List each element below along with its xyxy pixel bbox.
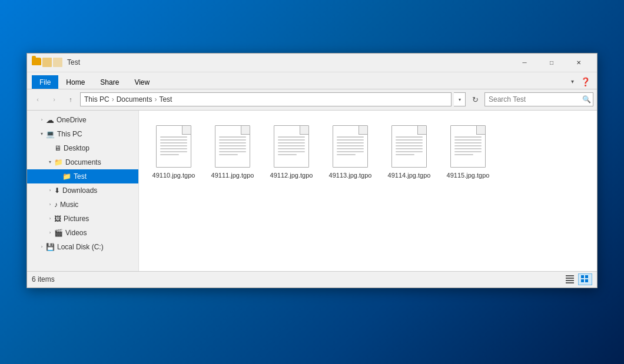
close-button[interactable]: ✕ [565, 53, 592, 72]
svg-rect-5 [585, 275, 588, 278]
file-line [278, 142, 305, 143]
view-buttons [563, 273, 592, 285]
expand-downloads: › [46, 188, 54, 193]
expand-onedrive: › [38, 117, 46, 122]
test-folder-icon: 📁 [62, 172, 71, 181]
maximize-button[interactable]: □ [538, 53, 565, 72]
sidebar: › ☁ OneDrive ▾ 💻 This PC 🖥 Desktop ▾ 📁 D… [27, 111, 139, 271]
file-line [160, 154, 179, 155]
pictures-label: Pictures [64, 215, 89, 223]
window-controls: ─ □ ✕ [511, 53, 592, 72]
file-line [396, 136, 423, 138]
svg-rect-2 [566, 280, 574, 281]
details-view-button[interactable] [563, 273, 577, 285]
file-icon-wrapper-5 [447, 123, 489, 170]
file-icon-wrapper-1 [211, 123, 254, 170]
sidebar-item-documents[interactable]: ▾ 📁 Documents [27, 155, 138, 169]
documents-icon: 📁 [54, 158, 63, 166]
address-dropdown-button[interactable]: ▾ [454, 92, 466, 106]
up-button[interactable]: ↑ [64, 92, 78, 106]
onedrive-label: OneDrive [57, 116, 87, 124]
expand-this-pc: ▾ [38, 131, 46, 136]
file-line [219, 142, 246, 143]
pictures-icon: 🖼 [54, 215, 61, 223]
file-line [278, 154, 297, 155]
sidebar-item-downloads[interactable]: › ⬇ Downloads [27, 183, 138, 198]
onedrive-icon: ☁ [46, 115, 54, 125]
videos-label: Videos [65, 229, 87, 237]
sidebar-item-local-disk[interactable]: › 💾 Local Disk (C:) [27, 240, 138, 254]
forward-button[interactable]: › [47, 92, 61, 106]
file-name-0: 49110.jpg.tgpo [152, 171, 195, 179]
sidebar-item-desktop[interactable]: 🖥 Desktop [27, 141, 138, 155]
refresh-button[interactable]: ↻ [468, 92, 482, 106]
file-line [396, 139, 423, 141]
file-line [337, 148, 364, 149]
sidebar-item-test[interactable]: 📁 Test [27, 169, 138, 183]
file-line [278, 139, 305, 141]
test-label: Test [74, 172, 87, 181]
path-chevron-1: › [112, 95, 114, 103]
file-item-0[interactable]: 49110.jpg.tgpo [147, 119, 200, 183]
file-line [337, 142, 364, 143]
svg-rect-6 [581, 279, 584, 282]
file-lines-0 [160, 136, 187, 157]
path-documents[interactable]: Documents [117, 95, 152, 103]
file-item-3[interactable]: 49113.jpg.tgpo [324, 119, 377, 183]
sidebar-item-videos[interactable]: › 🎬 Videos [27, 226, 138, 240]
music-label: Music [60, 201, 78, 209]
tab-home[interactable]: Home [58, 75, 92, 89]
path-test[interactable]: Test [159, 95, 172, 103]
sidebar-item-music[interactable]: › ♪ Music [27, 198, 138, 212]
file-item-1[interactable]: 49111.jpg.tgpo [206, 119, 259, 183]
svg-rect-3 [566, 282, 574, 283]
expand-documents: ▾ [46, 159, 54, 165]
file-line [454, 148, 482, 149]
file-line [160, 148, 187, 149]
file-line [219, 148, 246, 149]
this-pc-icon: 💻 [46, 130, 55, 138]
file-icon-wrapper-0 [152, 123, 195, 170]
back-button[interactable]: ‹ [31, 92, 45, 106]
svg-rect-4 [581, 275, 584, 278]
desktop-icon: 🖥 [54, 144, 61, 152]
file-line [454, 136, 482, 138]
file-line [337, 154, 356, 155]
ribbon-tabs: File Home Share View ▾ ❓ [27, 72, 597, 89]
address-path[interactable]: This PC › Documents › Test [80, 92, 452, 106]
file-icon-0 [156, 125, 191, 168]
file-line [219, 139, 246, 141]
file-item-4[interactable]: 49114.jpg.tgpo [383, 119, 436, 183]
file-line [219, 136, 246, 138]
tab-file[interactable]: File [32, 75, 58, 89]
tab-share[interactable]: Share [92, 75, 127, 89]
sidebar-item-pictures[interactable]: › 🖼 Pictures [27, 212, 138, 226]
sidebar-item-onedrive[interactable]: › ☁ OneDrive [27, 113, 138, 127]
status-item-count: 6 items [32, 275, 55, 283]
search-button[interactable]: 🔍 [580, 93, 593, 106]
sidebar-item-this-pc[interactable]: ▾ 💻 This PC [27, 127, 138, 141]
file-icon-wrapper-3 [329, 123, 371, 170]
help-button[interactable]: ❓ [578, 75, 592, 89]
minimize-button[interactable]: ─ [511, 53, 538, 72]
window-title: Test [67, 58, 511, 66]
path-this-pc[interactable]: This PC [84, 95, 109, 103]
file-line [454, 151, 482, 152]
file-line [454, 154, 473, 155]
desktop-label: Desktop [64, 144, 89, 152]
tab-view[interactable]: View [127, 75, 157, 89]
file-item-2[interactable]: 49112.jpg.tgpo [265, 119, 318, 183]
file-line [396, 142, 423, 143]
svg-rect-1 [566, 278, 574, 279]
file-line [160, 151, 187, 152]
file-line [160, 142, 187, 143]
expand-music: › [46, 202, 54, 207]
ribbon-expand-button[interactable]: ▾ [566, 75, 578, 89]
file-icon-4 [391, 125, 427, 168]
file-name-4: 49114.jpg.tgpo [388, 171, 431, 179]
search-input[interactable] [485, 95, 580, 103]
large-icons-view-button[interactable] [578, 273, 592, 285]
music-icon: ♪ [54, 201, 58, 209]
ribbon: File Home Share View ▾ ❓ [27, 72, 597, 89]
file-item-5[interactable]: 49115.jpg.tgpo [442, 119, 494, 183]
